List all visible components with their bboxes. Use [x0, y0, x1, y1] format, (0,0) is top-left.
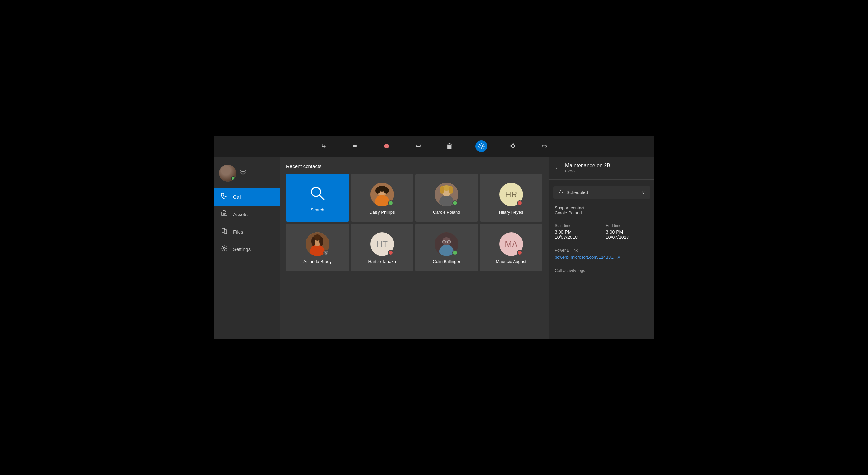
- center-panel: Recent contacts Search: [280, 157, 549, 339]
- start-time-section: Start time 3:00 PM 10/07/2018 End time 3…: [549, 219, 654, 244]
- svg-point-0: [480, 145, 483, 148]
- sidebar-item-assets[interactable]: Assets: [214, 205, 280, 223]
- avatar-mauricio: MA: [499, 232, 523, 256]
- settings-active-icon[interactable]: [475, 140, 487, 152]
- svg-point-28: [311, 237, 315, 246]
- name-hilary: Hilary Reyes: [499, 210, 523, 215]
- right-panel: ← Maintenance on 2B 0253 ⏱ Scheduled ∨: [549, 157, 654, 339]
- wifi-icon: [240, 169, 247, 177]
- sidebar-item-files[interactable]: Files: [214, 223, 280, 241]
- call-activity-section: Call activity logs: [549, 264, 654, 277]
- clock-icon: ⏱: [559, 190, 564, 195]
- power-bi-section: Power BI link powerbi.microsoft.com/114B…: [549, 244, 654, 264]
- status-row[interactable]: ⏱ Scheduled ∨: [553, 186, 650, 199]
- avatar-daisy: [370, 183, 394, 206]
- right-panel-header: ← Maintenance on 2B 0253: [549, 157, 654, 180]
- contact-tile-hilary[interactable]: HR Hilary Reyes: [480, 174, 543, 222]
- name-hartuo: Hartuo Tanaka: [368, 259, 396, 264]
- move-icon[interactable]: ✥: [507, 140, 519, 152]
- start-date-value: 10/07/2018: [555, 234, 598, 240]
- call-label: Call: [233, 194, 242, 200]
- search-label: Search: [311, 207, 324, 212]
- status-amanda: [323, 250, 329, 255]
- status-hilary: [517, 200, 522, 205]
- name-amanda: Amanda Brady: [303, 259, 332, 264]
- avatar: [219, 165, 236, 182]
- maintenance-id: 0253: [565, 168, 611, 173]
- user-profile: [214, 162, 280, 188]
- call-icon: [220, 193, 228, 201]
- end-date-value: 10/07/2018: [606, 234, 649, 240]
- status-mauricio: [517, 250, 522, 255]
- avatar-colin: [435, 232, 458, 256]
- undo-icon[interactable]: ↩: [412, 140, 424, 152]
- svg-point-34: [442, 237, 451, 246]
- svg-point-1: [243, 175, 244, 176]
- svg-line-7: [320, 195, 324, 200]
- status-hartuo: [388, 250, 393, 255]
- contact-tile-daisy[interactable]: Daisy Phillips: [351, 174, 414, 222]
- contact-tile-carole[interactable]: Carole Poland: [415, 174, 478, 222]
- svg-rect-2: [222, 212, 227, 216]
- assets-label: Assets: [233, 212, 248, 217]
- contact-tile-colin[interactable]: Colin Ballinger: [415, 224, 478, 271]
- assets-icon: [220, 210, 228, 218]
- support-contact-label: Support contact: [555, 205, 649, 210]
- avatar-status-dot: [231, 177, 236, 181]
- search-contact-tile[interactable]: Search: [286, 174, 349, 222]
- svg-rect-3: [222, 228, 225, 232]
- toolbar: ⤷ ✒ ⏺ ↩ 🗑 ✥ ⇔: [214, 136, 654, 157]
- contact-tile-mauricio[interactable]: MA Mauricio August: [480, 224, 543, 271]
- maintenance-title: Maintenance on 2B: [565, 163, 611, 168]
- main-content: Call Assets: [214, 157, 654, 339]
- contact-tile-hartuo[interactable]: HT Hartuo Tanaka: [351, 224, 414, 271]
- start-time-value: 3:00 PM: [555, 229, 598, 234]
- avatar-carole: [435, 183, 458, 206]
- svg-rect-4: [224, 230, 227, 233]
- sidebar: Call Assets: [214, 157, 280, 339]
- pen-icon[interactable]: ✒: [349, 140, 361, 152]
- sidebar-item-call[interactable]: Call: [214, 188, 280, 205]
- status-daisy: [388, 200, 393, 205]
- section-title: Recent contacts: [286, 163, 542, 169]
- back-button[interactable]: ←: [555, 165, 560, 171]
- end-time-label: End time: [606, 223, 649, 228]
- external-link-icon: ↗: [617, 255, 620, 259]
- support-contact-section: Support contact Carole Poland: [549, 201, 654, 219]
- svg-point-15: [377, 186, 387, 191]
- settings-label: Settings: [233, 246, 251, 252]
- name-daisy: Daisy Phillips: [369, 210, 395, 215]
- svg-point-5: [223, 247, 225, 249]
- files-label: Files: [233, 229, 243, 234]
- sidebar-item-settings[interactable]: Settings: [214, 241, 280, 258]
- files-icon: [220, 228, 228, 236]
- power-bi-link-text: powerbi.microsoft.com/114B3...: [555, 255, 614, 259]
- pin-icon[interactable]: ⇔: [538, 140, 550, 152]
- record-icon[interactable]: ⏺: [381, 140, 393, 152]
- status-value: Scheduled: [566, 190, 588, 195]
- end-time-value: 3:00 PM: [606, 229, 649, 234]
- status-label: ⏱ Scheduled: [559, 190, 588, 195]
- power-bi-link[interactable]: powerbi.microsoft.com/114B3... ↗: [555, 255, 620, 259]
- end-time-col: End time 3:00 PM 10/07/2018: [606, 223, 649, 240]
- right-panel-body: ⏱ Scheduled ∨ Support contact Carole Pol…: [549, 180, 654, 281]
- name-colin: Colin Ballinger: [433, 259, 460, 264]
- right-panel-title-block: Maintenance on 2B 0253: [565, 163, 611, 173]
- name-carole: Carole Poland: [433, 210, 460, 215]
- start-time-col: Start time 3:00 PM 10/07/2018: [555, 223, 602, 240]
- chevron-down-icon: ∨: [642, 190, 645, 195]
- avatar-hilary: HR: [499, 183, 523, 206]
- app-window: ⤷ ✒ ⏺ ↩ 🗑 ✥ ⇔: [214, 136, 654, 339]
- power-bi-label: Power BI link: [555, 248, 649, 253]
- svg-point-22: [449, 186, 454, 194]
- settings-icon: [220, 245, 228, 253]
- support-contact-value: Carole Poland: [555, 210, 649, 215]
- search-icon: [309, 185, 325, 203]
- disconnect-icon[interactable]: ⤷: [318, 140, 330, 152]
- svg-point-29: [319, 237, 323, 246]
- contact-tile-amanda[interactable]: Amanda Brady: [286, 224, 349, 271]
- avatar-amanda: [306, 232, 329, 256]
- svg-point-6: [311, 187, 321, 196]
- delete-icon[interactable]: 🗑: [444, 140, 456, 152]
- avatar-hartuo: HT: [370, 232, 394, 256]
